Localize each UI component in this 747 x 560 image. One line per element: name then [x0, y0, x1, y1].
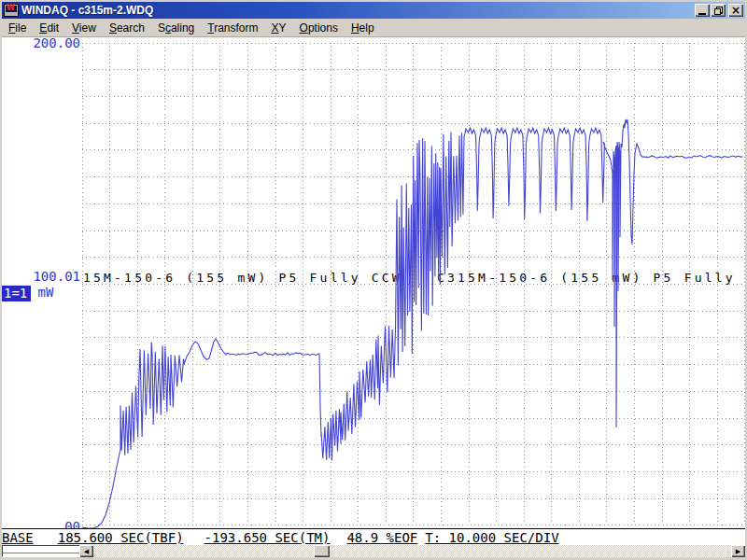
status-tm: -193.650 SEC(TM) — [204, 530, 331, 545]
scroll-right-button[interactable]: ▶ — [731, 545, 745, 557]
status-tbf: 185.600 SEC(TBF) — [58, 530, 184, 545]
app-icon — [4, 4, 19, 17]
title-bar: WINDAQ - c315m-2.WDQ × — [2, 2, 745, 19]
scroll-left-icon: ◀ — [84, 548, 89, 555]
window-controls: × — [694, 4, 745, 17]
window-title: WINDAQ - c315m-2.WDQ — [21, 4, 153, 17]
menu-edit[interactable]: Edit — [33, 20, 65, 36]
y-axis-mid-label: 100.01 — [2, 269, 80, 284]
scroll-left-button[interactable]: ◀ — [79, 545, 93, 557]
minimize-icon — [698, 13, 706, 15]
status-base-mode: BASE — [2, 530, 34, 545]
minimize-button[interactable] — [695, 4, 710, 17]
chart-plot-area[interactable]: 15M-150-6 (155 mW) P5 Fully CCW C315M-15… — [2, 37, 745, 528]
channel1-waveform — [82, 119, 743, 528]
channel-badge: 1=1 — [2, 286, 31, 301]
menu-transform[interactable]: Transform — [201, 20, 264, 36]
windaq-window: WINDAQ - c315m-2.WDQ × File Edit View Se… — [0, 0, 747, 560]
scrollbar-track[interactable] — [93, 545, 731, 557]
status-bar: BASE185.600 SEC(TBF)-193.650 SEC(TM)48.9… — [2, 528, 745, 545]
status-eof: 48.9 %EOF — [346, 530, 417, 545]
menu-search[interactable]: Search — [103, 20, 151, 36]
menu-help[interactable]: Help — [345, 20, 381, 36]
menu-file[interactable]: File — [2, 20, 33, 36]
menu-scaling[interactable]: Scaling — [151, 20, 201, 36]
menu-options[interactable]: Options — [293, 20, 345, 36]
close-button[interactable]: × — [728, 4, 743, 17]
menu-xy[interactable]: XY — [265, 20, 293, 36]
restore-icon — [714, 7, 723, 15]
menu-view[interactable]: View — [65, 20, 103, 36]
waveform-canvas: 15M-150-6 (155 mW) P5 Fully CCW C315M-15… — [2, 37, 745, 528]
menu-bar: File Edit View Search Scaling Transform … — [2, 19, 745, 37]
restore-button[interactable] — [711, 4, 726, 17]
horizontal-scrollbar: ◀ ▶ — [2, 545, 745, 557]
scroll-right-icon: ▶ — [736, 548, 740, 555]
status-timebase: T: 10.000 SEC/DIV — [425, 530, 558, 545]
position-indicator-panel — [2, 545, 79, 557]
y-axis-top-label: 200.00 — [2, 35, 80, 50]
annotation-left: 15M-150-6 (155 mW) P5 Fully CCW — [83, 271, 402, 285]
annotation-right: C315M-150-6 (155 mW) P5 Fully CC — [437, 271, 745, 285]
scrollbar-thumb[interactable] — [314, 545, 330, 557]
close-icon: × — [731, 5, 740, 17]
